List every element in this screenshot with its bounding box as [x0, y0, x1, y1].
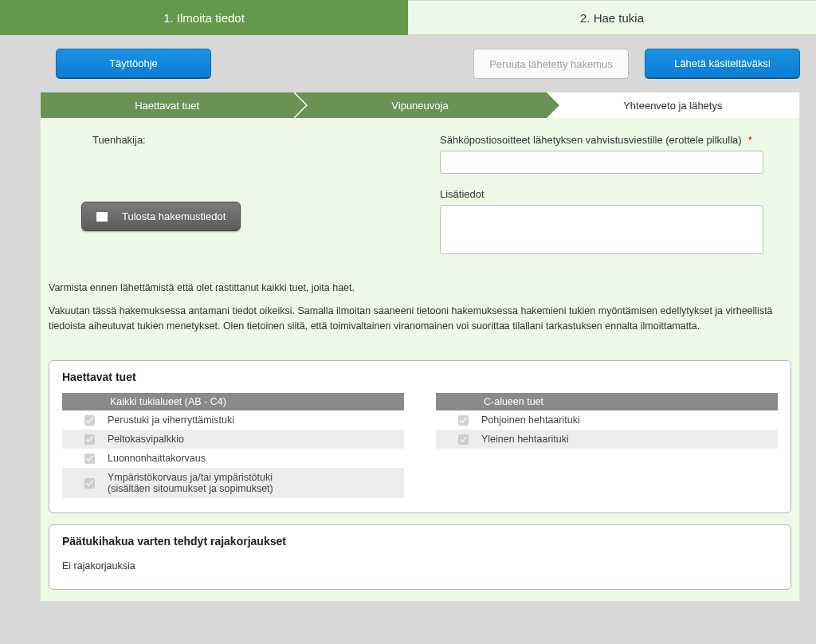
main-container: Haettavat tuet Vipuneuvoja Yhteenveto ja…: [40, 92, 800, 602]
list-item: Ympäristökorvaus ja/tai ympäristötuki (s…: [108, 472, 273, 494]
supports-left-column: Kaikki tukialueet (AB - C4) Perustuki ja…: [62, 393, 404, 498]
supports-panel: Haettavat tuet Kaikki tukialueet (AB - C…: [49, 360, 791, 513]
list-item: Luonnonhaittakorvaus: [108, 453, 206, 464]
applicant-label: Tuenhakija:: [92, 134, 146, 146]
email-label: Sähköpostiosoitteet lähetyksen vahvistus…: [440, 134, 763, 146]
table-row: Perustuki ja viherryttämistuki: [62, 410, 404, 430]
checkbox-yleinen[interactable]: [458, 434, 469, 445]
notes-label: Lisätiedot: [440, 188, 763, 200]
table-row: Peltokasvipalkkio: [62, 430, 404, 449]
table-row: Yleinen hehtaarituki: [436, 430, 778, 449]
disclaimer-line2: Vakuutan tässä hakemuksessa antamani tie…: [49, 304, 791, 334]
print-button-label: Tulosta hakemustiedot: [122, 210, 226, 222]
checkbox-luonnonhaitta[interactable]: [84, 454, 95, 464]
stepper: Haettavat tuet Vipuneuvoja Yhteenveto ja…: [41, 92, 799, 118]
page-tab-report[interactable]: 1. Ilmoita tiedot: [0, 0, 408, 35]
required-asterisk: *: [748, 134, 752, 146]
checkbox-pohjoinen[interactable]: [458, 415, 469, 426]
checkbox-perustuki[interactable]: [84, 415, 95, 426]
checkbox-ymparisto[interactable]: [84, 478, 95, 489]
table-row: Pohjoinen hehtaarituki: [436, 410, 778, 430]
step-summary[interactable]: Yhteenveto ja lähetys: [547, 92, 799, 118]
step-supports[interactable]: Haettavat tuet: [41, 92, 293, 118]
list-item: Peltokasvipalkkio: [108, 434, 184, 445]
list-item: Perustuki ja viherryttämistuki: [108, 414, 234, 426]
print-icon: [96, 212, 108, 222]
list-item: Yleinen hehtaarituki: [481, 434, 569, 445]
supports-right-column: C-alueen tuet Pohjoinen hehtaarituki Yle…: [436, 393, 778, 498]
page-tab-apply[interactable]: 2. Hae tukia: [408, 0, 816, 35]
help-button[interactable]: Täyttöohje: [56, 49, 211, 79]
print-button[interactable]: Tulosta hakemustiedot: [81, 202, 241, 231]
notes-field[interactable]: [440, 205, 763, 254]
boundary-panel: Päätukihakua varten tehdyt rajakorjaukse…: [49, 524, 791, 590]
list-item: Pohjoinen hehtaarituki: [481, 414, 580, 426]
form-area: Tuenhakija: Tulosta hakemustiedot Sähköp…: [41, 118, 799, 273]
table-row: Ympäristökorvaus ja/tai ympäristötuki (s…: [62, 468, 404, 498]
disclaimer-line1: Varmista ennen lähettämistä että olet ra…: [49, 281, 791, 296]
boundary-text: Ei rajakorjauksia: [62, 557, 778, 575]
cancel-button[interactable]: Peruuta lähetetty hakemus: [473, 49, 629, 79]
submit-button[interactable]: Lähetä käsiteltäväksi: [645, 49, 800, 79]
step-advisor[interactable]: Vipuneuvoja: [293, 92, 546, 118]
supports-panel-title: Haettavat tuet: [62, 371, 778, 383]
page-tabs: 1. Ilmoita tiedot 2. Hae tukia: [0, 0, 816, 35]
boundary-panel-title: Päätukihakua varten tehdyt rajakorjaukse…: [62, 535, 778, 548]
left-group-header: Kaikki tukialueet (AB - C4): [62, 393, 404, 410]
disclaimer: Varmista ennen lähettämistä että olet ra…: [41, 273, 799, 357]
right-group-header: C-alueen tuet: [436, 393, 778, 410]
email-field[interactable]: [440, 151, 763, 174]
table-row: Luonnonhaittakorvaus: [62, 449, 404, 468]
toolbar: Täyttöohje Peruuta lähetetty hakemus Läh…: [0, 35, 816, 92]
checkbox-peltokasvi[interactable]: [84, 434, 95, 445]
